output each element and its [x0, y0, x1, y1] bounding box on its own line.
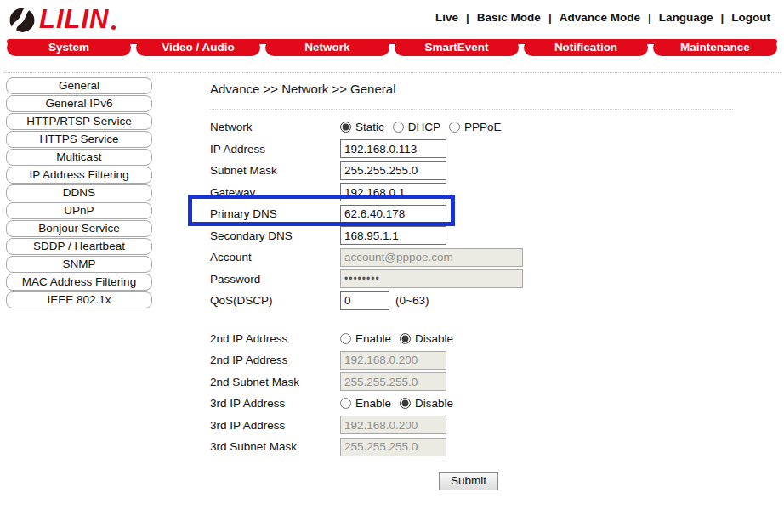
qos-range-hint: (0~63)	[395, 294, 429, 307]
second-ip-disable-radio[interactable]	[400, 333, 411, 344]
account-row: Account	[210, 246, 754, 269]
sidebar-item-bonjour-service[interactable]: Bonjour Service	[6, 220, 152, 237]
main-content: Advance >> Network >> General Network St…	[210, 82, 754, 490]
network-mode-label: Network	[210, 121, 340, 133]
password-input	[340, 269, 523, 288]
third-ip-input	[340, 416, 446, 434]
second-ip-toggle-label: 2nd IP Address	[210, 332, 340, 345]
gateway-row: Gateway	[210, 182, 754, 204]
subnet-mask-input[interactable]	[340, 161, 446, 180]
network-dhcp-label: DHCP	[408, 121, 440, 133]
link-separator: |	[648, 11, 651, 24]
breadcrumb-divider	[210, 109, 733, 110]
ip-address-row: IP Address	[210, 139, 754, 161]
second-subnet-row: 2nd Subnet Mask	[210, 371, 754, 393]
primary-dns-input[interactable]	[340, 205, 446, 224]
ip-address-label: IP Address	[210, 143, 340, 156]
network-pppoe-option[interactable]: PPPoE	[449, 121, 502, 133]
header-links: Live | Basic Mode | Advance Mode | Langu…	[435, 11, 770, 24]
second-ip-enable-option[interactable]: Enable	[340, 332, 391, 345]
secondary-dns-input[interactable]	[340, 226, 446, 245]
network-pppoe-radio[interactable]	[449, 122, 460, 133]
submit-button[interactable]: Submit	[439, 472, 498, 490]
subnet-mask-label: Subnet Mask	[210, 164, 340, 177]
ip-address-input[interactable]	[340, 139, 446, 158]
third-ip-enable-option[interactable]: Enable	[340, 397, 391, 410]
network-dhcp-option[interactable]: DHCP	[393, 121, 440, 133]
tab-video-audio[interactable]: Video / Audio	[136, 39, 260, 56]
sidebar-item-multicast[interactable]: Multicast	[6, 149, 152, 166]
sidebar-item-snmp[interactable]: SNMP	[6, 256, 152, 273]
third-subnet-mask-input	[340, 438, 446, 456]
network-static-option[interactable]: Static	[340, 121, 384, 133]
subnet-mask-row: Subnet Mask	[210, 160, 754, 182]
third-subnet-label: 3rd Subnet Mask	[210, 440, 340, 453]
logo-trademark-dot	[111, 25, 116, 30]
sidebar-item-upnp[interactable]: UPnP	[6, 202, 152, 219]
tab-maintenance[interactable]: Maintenance	[653, 39, 777, 56]
tab-system[interactable]: System	[7, 39, 131, 56]
third-subnet-row: 3rd Subnet Mask	[210, 436, 754, 458]
gateway-input[interactable]	[340, 183, 446, 201]
link-live[interactable]: Live	[435, 11, 458, 24]
sidebar-item-mac-address-filtering[interactable]: MAC Address Filtering	[6, 274, 152, 291]
main-nav: System Video / Audio Network SmartEvent …	[7, 39, 777, 56]
lilin-logo: LILIN	[7, 4, 116, 35]
network-pppoe-label: PPPoE	[464, 121, 502, 133]
second-ip-enable-radio[interactable]	[340, 333, 351, 344]
second-ip-toggle-row: 2nd IP Address Enable Disable	[210, 328, 754, 350]
third-ip-row: 3rd IP Address	[210, 415, 754, 437]
link-logout[interactable]: Logout	[731, 11, 770, 24]
second-ip-row: 2nd IP Address	[210, 349, 754, 371]
link-basic-mode[interactable]: Basic Mode	[477, 11, 541, 24]
link-language[interactable]: Language	[659, 11, 713, 24]
password-label: Password	[210, 273, 340, 286]
account-input	[340, 248, 523, 267]
secondary-dns-label: Secondary DNS	[210, 229, 340, 242]
password-row: Password	[210, 269, 754, 291]
primary-dns-label: Primary DNS	[210, 207, 340, 220]
third-ip-label: 3rd IP Address	[210, 419, 340, 432]
breadcrumb: Advance >> Network >> General	[210, 82, 754, 97]
primary-dns-row: Primary DNS	[210, 203, 754, 225]
third-ip-toggle-row: 3rd IP Address Enable Disable	[210, 393, 754, 415]
third-ip-disable-radio[interactable]	[400, 398, 411, 409]
sidebar-item-http-rtsp-service[interactable]: HTTP/RTSP Service	[6, 113, 152, 130]
network-mode-row: Network Static DHCP PPPoE	[210, 116, 754, 139]
link-separator: |	[466, 11, 469, 24]
network-static-radio[interactable]	[340, 122, 351, 133]
qos-label: QoS(DSCP)	[210, 294, 340, 307]
second-ip-enable-label: Enable	[355, 332, 391, 345]
second-ip-disable-option[interactable]: Disable	[400, 332, 453, 345]
lilin-logo-icon	[7, 5, 37, 34]
account-label: Account	[210, 251, 340, 263]
second-ip-disable-label: Disable	[415, 332, 453, 345]
network-general-form: Network Static DHCP PPPoE	[210, 116, 754, 490]
sidebar-item-general-ipv6[interactable]: General IPv6	[6, 95, 152, 112]
header-divider	[3, 72, 781, 73]
page: LILIN Live | Basic Mode | Advance Mode |…	[0, 0, 784, 532]
second-subnet-mask-input	[340, 372, 446, 391]
sidebar-item-ip-address-filtering[interactable]: IP Address Filtering	[6, 167, 152, 184]
sidebar-item-sddp-heartbeat[interactable]: SDDP / Heartbeat	[6, 238, 152, 255]
third-ip-enable-label: Enable	[355, 397, 391, 410]
second-ip-label: 2nd IP Address	[210, 354, 340, 366]
sidebar-item-ddns[interactable]: DDNS	[6, 184, 152, 201]
secondary-dns-row: Secondary DNS	[210, 225, 754, 247]
link-separator: |	[548, 11, 552, 24]
third-ip-disable-option[interactable]: Disable	[400, 397, 453, 410]
link-separator: |	[720, 11, 724, 24]
tab-network[interactable]: Network	[265, 39, 389, 56]
link-advance-mode[interactable]: Advance Mode	[560, 11, 640, 24]
sidebar-item-general[interactable]: General	[6, 77, 152, 94]
network-dhcp-radio[interactable]	[393, 122, 404, 133]
third-ip-enable-radio[interactable]	[340, 398, 351, 409]
sidebar-item-ieee-8021x[interactable]: IEEE 802.1x	[6, 291, 152, 308]
tab-smartevent[interactable]: SmartEvent	[395, 39, 519, 56]
tab-notification[interactable]: Notification	[524, 39, 648, 56]
third-ip-toggle-label: 3rd IP Address	[210, 397, 340, 410]
network-static-label: Static	[355, 121, 384, 133]
sidebar-item-https-service[interactable]: HTTPS Service	[6, 131, 152, 148]
qos-input[interactable]	[340, 291, 389, 310]
logo-text: LILIN	[39, 4, 110, 35]
